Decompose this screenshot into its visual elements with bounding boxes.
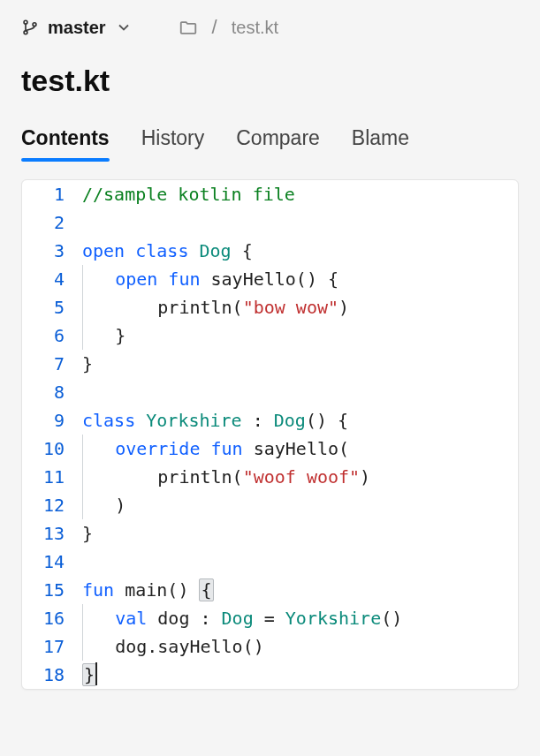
- code-line: 5 println("bow wow"): [22, 293, 518, 321]
- code-content[interactable]: //sample kotlin file: [77, 180, 518, 208]
- breadcrumb-file[interactable]: test.kt: [232, 18, 278, 38]
- code-line: 12 ): [22, 491, 518, 519]
- top-bar: master / test.kt: [0, 0, 540, 51]
- code-line: 15fun main() {: [22, 576, 518, 604]
- line-number[interactable]: 15: [22, 576, 77, 604]
- code-content[interactable]: }: [77, 519, 518, 548]
- code-line: 9class Yorkshire : Dog() {: [22, 406, 518, 435]
- line-number[interactable]: 12: [22, 491, 77, 519]
- line-number[interactable]: 14: [22, 548, 77, 576]
- line-number[interactable]: 10: [22, 435, 77, 463]
- tab-compare[interactable]: Compare: [236, 126, 320, 161]
- code-content[interactable]: class Yorkshire : Dog() {: [77, 406, 518, 435]
- line-number[interactable]: 1: [22, 180, 77, 208]
- code-line: 8: [22, 378, 518, 406]
- code-line: 6 }: [22, 321, 518, 350]
- code-content[interactable]: val dog : Dog = Yorkshire(): [77, 604, 518, 632]
- code-content[interactable]: [77, 378, 518, 406]
- breadcrumb: / test.kt: [179, 16, 278, 39]
- code-content[interactable]: println("bow wow"): [77, 293, 518, 321]
- code-line: 4 open fun sayHello() {: [22, 265, 518, 293]
- code-content[interactable]: open class Dog {: [77, 237, 518, 265]
- line-number[interactable]: 2: [22, 208, 77, 237]
- code-viewer[interactable]: 1//sample kotlin file23open class Dog {4…: [21, 179, 519, 690]
- line-number[interactable]: 8: [22, 378, 77, 406]
- git-branch-icon: [21, 19, 39, 36]
- code-line: 18}: [22, 661, 518, 689]
- code-line: 2: [22, 208, 518, 237]
- line-number[interactable]: 17: [22, 632, 77, 661]
- code-line: 1//sample kotlin file: [22, 180, 518, 208]
- line-number[interactable]: 4: [22, 265, 77, 293]
- chevron-down-icon: [115, 19, 133, 36]
- code-content[interactable]: fun main() {: [77, 576, 518, 604]
- tabs: ContentsHistoryCompareBlame: [0, 105, 540, 162]
- line-number[interactable]: 3: [22, 237, 77, 265]
- line-number[interactable]: 5: [22, 293, 77, 321]
- tab-contents[interactable]: Contents: [21, 126, 110, 161]
- code-content[interactable]: }: [77, 350, 518, 378]
- code-line: 17 dog.sayHello(): [22, 632, 518, 661]
- code-content[interactable]: override fun sayHello(: [77, 435, 518, 463]
- code-line: 3open class Dog {: [22, 237, 518, 265]
- code-line: 14: [22, 548, 518, 576]
- line-number[interactable]: 18: [22, 661, 77, 689]
- code-content[interactable]: open fun sayHello() {: [77, 265, 518, 293]
- code-content[interactable]: dog.sayHello(): [77, 632, 518, 661]
- line-number[interactable]: 7: [22, 350, 77, 378]
- svg-point-0: [24, 20, 27, 24]
- tab-blame[interactable]: Blame: [352, 126, 409, 161]
- code-content[interactable]: ): [77, 491, 518, 519]
- line-number[interactable]: 9: [22, 406, 77, 435]
- code-line: 11 println("woof woof"): [22, 463, 518, 491]
- code-line: 7}: [22, 350, 518, 378]
- folder-icon[interactable]: [179, 18, 198, 37]
- branch-name: master: [48, 18, 106, 38]
- line-number[interactable]: 11: [22, 463, 77, 491]
- line-number[interactable]: 13: [22, 519, 77, 548]
- code-table: 1//sample kotlin file23open class Dog {4…: [22, 180, 518, 689]
- code-content[interactable]: [77, 208, 518, 237]
- code-content[interactable]: }: [77, 661, 518, 689]
- line-number[interactable]: 6: [22, 321, 77, 350]
- title-section: test.kt: [0, 51, 540, 105]
- svg-point-1: [24, 31, 27, 34]
- code-line: 13}: [22, 519, 518, 548]
- code-content[interactable]: println("woof woof"): [77, 463, 518, 491]
- line-number[interactable]: 16: [22, 604, 77, 632]
- code-line: 16 val dog : Dog = Yorkshire(): [22, 604, 518, 632]
- code-line: 10 override fun sayHello(: [22, 435, 518, 463]
- code-content[interactable]: [77, 548, 518, 576]
- branch-selector[interactable]: master: [21, 18, 133, 38]
- tab-history[interactable]: History: [141, 126, 205, 161]
- page-title: test.kt: [21, 64, 519, 98]
- breadcrumb-separator: /: [212, 16, 217, 39]
- svg-point-2: [33, 23, 36, 26]
- code-content[interactable]: }: [77, 321, 518, 350]
